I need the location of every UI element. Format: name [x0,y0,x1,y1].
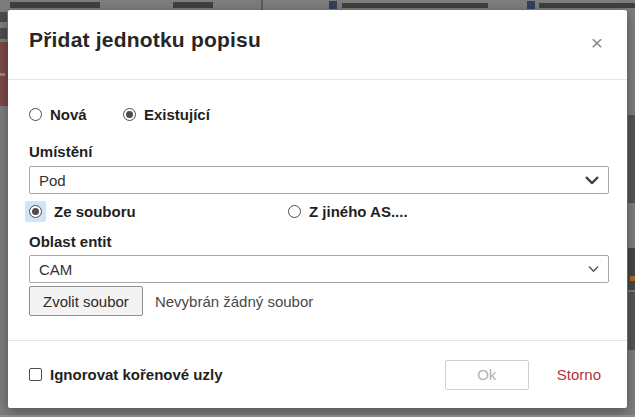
radio-circle-icon [123,108,136,121]
ok-button[interactable]: Ok [445,360,529,390]
radio-label: Z jiného AS.... [309,203,408,220]
radio-circle-icon [288,205,301,218]
radio-nova[interactable]: Nová [29,106,123,123]
checkbox-label: Ignorovat kořenové uzly [50,366,223,383]
radio-z-jineho-as[interactable]: Z jiného AS.... [288,203,408,220]
choose-file-button[interactable]: Zvolit soubor [29,286,143,316]
focus-highlight [25,201,46,222]
backdrop-panel-fragment [628,115,635,203]
close-icon[interactable]: × [585,30,609,55]
dialog-title: Přidat jednotku popisu [29,28,607,52]
mode-radio-group: Nová Existující [29,106,609,123]
radio-label: Nová [50,106,87,123]
entity-area-select[interactable]: CAM [29,255,609,283]
file-input-row: Zvolit soubor Nevybrán žádný soubor [29,286,609,316]
file-status-text: Nevybrán žádný soubor [155,293,313,310]
chevron-down-icon [585,176,599,185]
radio-label: Existující [144,106,210,123]
backdrop-panel-fragment [628,292,635,350]
backdrop-toolbar-fragment [342,3,488,8]
backdrop-toolbar-fragment [10,2,100,8]
placement-select[interactable]: Pod [29,166,609,194]
backdrop-divider [261,0,263,10]
radio-existujici[interactable]: Existující [123,106,210,123]
backdrop-text-fragment [0,28,7,39]
dialog-header: Přidat jednotku popisu × [8,10,627,80]
checkbox-icon [29,368,42,381]
radio-circle-icon [29,205,42,218]
backdrop-icon-fragment [630,276,635,281]
radio-ze-souboru[interactable]: Ze souboru [29,203,288,220]
entity-area-select-value: CAM [39,261,72,278]
cancel-button[interactable]: Storno [557,366,601,383]
dialog-body: Nová Existující Umístění Pod Ze souboru [8,80,627,340]
chevron-down-icon [588,266,599,273]
add-description-unit-dialog: Přidat jednotku popisu × Nová Existující… [8,10,627,408]
backdrop-toolbar-fragment [173,2,213,8]
checkbox-ignore-root[interactable]: Ignorovat kořenové uzly [29,366,223,383]
backdrop-toolbar-fragment [539,3,635,8]
backdrop-icon-fragment [527,1,535,9]
backdrop-alert-fragment [0,73,5,76]
footer-actions: Ok Storno [445,360,601,390]
entity-area-label: Oblast entit [29,233,609,250]
backdrop-icon-fragment [329,1,337,9]
radio-circle-icon [29,108,42,121]
placement-label: Umístění [29,143,609,160]
backdrop-text-fragment [0,12,7,22]
placement-select-value: Pod [39,172,66,189]
radio-label: Ze souboru [54,203,136,220]
source-radio-group: Ze souboru Z jiného AS.... [29,203,609,220]
dialog-footer: Ignorovat kořenové uzly Ok Storno [8,340,627,408]
backdrop-panel-fragment [628,248,635,290]
